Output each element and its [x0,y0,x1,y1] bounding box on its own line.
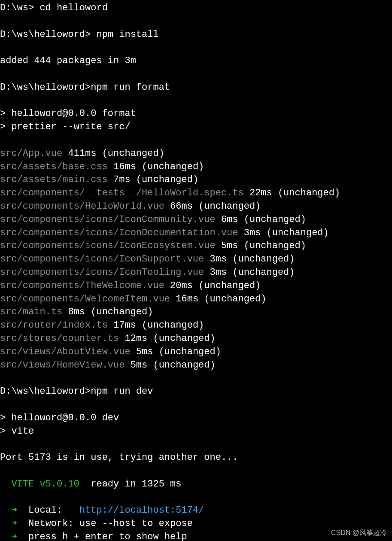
shell-prompt: D:\ws\helloword> [0,29,96,40]
file-result: 3ms (unchanged) [210,267,295,278]
prettier-line: src/components/icons/IconCommunity.vue 6… [0,214,306,225]
prompt-line: D:\ws\helloword> npm install [0,29,159,40]
prompt-line: D:\ws\helloword>npm run dev [0,386,153,397]
file-result: 20ms (unchanged) [170,280,261,291]
prettier-line: src/components/HelloWorld.vue 66ms (unch… [0,201,261,212]
vite-network-line: ➜ Network: use --host to expose [0,518,193,529]
file-path: src/components/icons/IconEcosystem.vue [0,240,221,251]
arrow-icon: ➜ [0,518,28,529]
file-result: 6ms (unchanged) [221,214,306,225]
arrow-icon: ➜ [0,532,28,541]
file-path: src/assets/base.css [0,161,113,172]
shell-command: npm run dev [91,386,153,397]
file-path: src/assets/main.css [0,174,113,185]
prettier-line: src/views/HomeView.vue 5ms (unchanged) [0,360,216,371]
prettier-line: src/stores/counter.ts 12ms (unchanged) [0,333,216,344]
file-result: 16ms (unchanged) [113,161,204,172]
file-result: 411ms (unchanged) [68,148,164,159]
network-label: Network: [28,518,79,529]
file-path: src/components/__tests__/HelloWorld.spec… [0,188,249,198]
file-result: 12ms (unchanged) [125,333,215,344]
file-path: src/views/HomeView.vue [0,360,131,371]
prompt-line: D:\ws> cd helloword [0,3,108,13]
vite-ready: ready in 1325 ms [79,479,182,489]
local-label: Local: [28,505,79,516]
file-path: src/App.vue [0,148,68,159]
file-result: 22ms (unchanged) [249,188,340,198]
shell-command: npm run format [91,82,170,93]
file-result: 5ms (unchanged) [131,360,216,371]
file-result: 66ms (unchanged) [170,201,261,212]
file-result: 17ms (unchanged) [113,320,204,331]
script-header: > vite [0,426,34,437]
prettier-line: src/App.vue 411ms (unchanged) [0,148,164,159]
help-text: press h + enter to show help [28,532,187,541]
file-result: 8ms (unchanged) [68,307,153,317]
file-path: src/components/TheWelcome.vue [0,280,170,291]
watermark: CSDN @风筝超冷 [331,528,387,538]
shell-prompt: D:\ws\helloword> [0,82,91,93]
prettier-line: src/views/AboutView.vue 5ms (unchanged) [0,346,221,357]
shell-prompt: D:\ws> [0,3,40,13]
local-url[interactable]: http://localhost:5174/ [79,505,204,516]
npm-install-result: added 444 packages in 3m [0,55,136,66]
file-path: src/components/icons/IconSupport.vue [0,254,210,264]
file-path: src/views/AboutView.vue [0,346,136,357]
prettier-line: src/components/WelcomeItem.vue 16ms (unc… [0,294,267,304]
file-result: 3ms (unchanged) [210,254,295,264]
vite-help-line: ➜ press h + enter to show help [0,532,187,541]
prettier-line: src/components/icons/IconTooling.vue 3ms… [0,267,295,278]
shell-command: npm install [96,29,158,40]
vite-local-line: ➜ Local: http://localhost:5174/ [0,505,204,516]
file-path: src/stores/counter.ts [0,333,125,344]
shell-prompt: D:\ws\helloword> [0,386,91,397]
prettier-line: src/components/__tests__/HelloWorld.spec… [0,188,340,198]
prettier-line: src/assets/main.css 7ms (unchanged) [0,174,198,185]
file-path: src/router/index.ts [0,320,113,331]
file-path: src/components/icons/IconTooling.vue [0,267,210,278]
prettier-line: src/assets/base.css 16ms (unchanged) [0,161,204,172]
file-path: src/components/HelloWorld.vue [0,201,170,212]
file-result: 3ms (unchanged) [244,228,329,238]
terminal-output[interactable]: D:\ws> cd helloword D:\ws\helloword> npm… [0,0,392,541]
file-result: 7ms (unchanged) [113,174,198,185]
prettier-line: src/components/TheWelcome.vue 20ms (unch… [0,280,261,291]
script-header: > prettier --write src/ [0,122,131,132]
file-path: src/components/icons/IconDocumentation.v… [0,228,244,238]
port-message: Port 5173 is in use, trying another one.… [0,452,238,463]
vite-ready-line: VITE v5.0.10 ready in 1325 ms [0,479,181,489]
file-path: src/main.ts [0,307,68,317]
file-result: 16ms (unchanged) [176,294,266,304]
network-hint: use --host to expose [79,518,193,529]
arrow-icon: ➜ [0,505,28,516]
script-header: > helloword@0.0.0 dev [0,413,119,423]
file-result: 5ms (unchanged) [136,346,221,357]
file-path: src/components/icons/IconCommunity.vue [0,214,221,225]
prompt-line: D:\ws\helloword>npm run format [0,82,170,93]
script-header: > helloword@0.0.0 format [0,108,136,119]
prettier-line: src/router/index.ts 17ms (unchanged) [0,320,204,331]
file-result: 5ms (unchanged) [221,240,306,251]
file-path: src/components/WelcomeItem.vue [0,294,176,304]
prettier-line: src/components/icons/IconDocumentation.v… [0,228,329,238]
prettier-line: src/main.ts 8ms (unchanged) [0,307,153,317]
shell-command: cd helloword [40,3,107,13]
prettier-line: src/components/icons/IconEcosystem.vue 5… [0,240,306,251]
vite-version: VITE v5.0.10 [0,479,79,489]
prettier-line: src/components/icons/IconSupport.vue 3ms… [0,254,295,264]
